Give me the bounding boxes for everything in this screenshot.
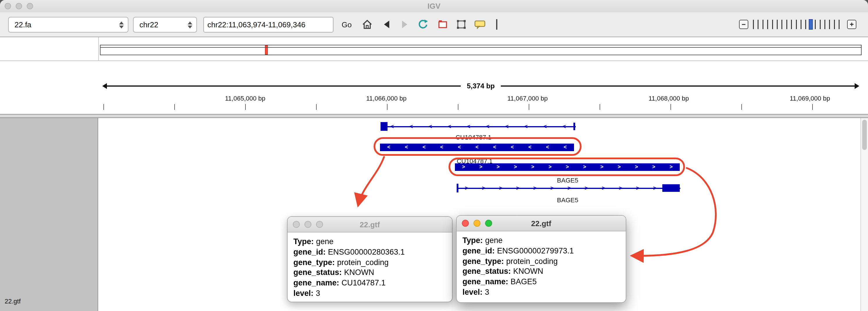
popup-body: Type:gene gene_id:ENSG00000279973.1 gene… [457, 231, 626, 302]
fit-window-icon[interactable] [454, 18, 468, 31]
tooltip-bubble-icon[interactable] [473, 18, 487, 31]
window-title: IGV [0, 0, 868, 12]
zoom-slider[interactable] [753, 20, 844, 29]
annotation-ring-1 [374, 137, 582, 156]
zoom-slider-thumb[interactable] [809, 19, 813, 30]
exon-block[interactable] [662, 184, 680, 192]
annotation-ring-2 [448, 158, 685, 176]
zoom-icon[interactable] [485, 220, 492, 227]
panel-divider-horizontal[interactable] [0, 114, 868, 118]
chromosome-ideogram[interactable] [100, 45, 862, 55]
gene-label: BAGE5 [557, 196, 578, 203]
go-button[interactable]: Go [339, 17, 354, 33]
popup-title: 22.gtf [531, 219, 551, 228]
feature-popup-2[interactable]: 22.gtf Type:gene gene_id:ENSG00000279973… [456, 215, 626, 303]
track-sidebar: 22.gtf [0, 118, 98, 311]
traffic-lights [293, 221, 323, 228]
zoom-in-button[interactable]: + [847, 20, 857, 29]
close-icon[interactable] [462, 220, 469, 227]
toolbar-separator [496, 19, 497, 30]
chromosome-select[interactable]: chr22 [133, 17, 197, 33]
minimize-icon[interactable] [304, 221, 311, 228]
feature-popup-1[interactable]: 22.gtf Type:gene gene_id:ENSG00000280363… [287, 216, 453, 302]
scrollbar-thumb[interactable] [862, 120, 867, 150]
ruler-tick-label: 11,067,000 bp [507, 95, 548, 102]
ruler-panel[interactable]: 5,374 bp 11,065,000 bp 11,066,000 bp 11,… [0, 61, 868, 114]
genome-select[interactable]: 22.fa [8, 17, 128, 33]
chromosome-select-value: chr22 [140, 20, 158, 29]
genome-select-value: 22.fa [14, 20, 31, 29]
ideogram-panel [0, 37, 868, 61]
traffic-lights [462, 220, 492, 227]
strand-arrows: >>>>>>>>>>>> [465, 185, 656, 191]
span-indicator: 5,374 bp [102, 82, 859, 90]
track-name-label[interactable]: 22.gtf [5, 298, 21, 305]
chevron-updown-icon [188, 21, 192, 28]
home-icon[interactable] [360, 18, 374, 31]
vertical-scrollbar[interactable] [861, 118, 868, 311]
ruler-tick-label: 11,065,000 bp [225, 95, 265, 102]
close-icon[interactable] [293, 221, 300, 228]
popup-titlebar[interactable]: 22.gtf [457, 216, 626, 231]
strand-arrows: <<<<<<<<<< [391, 123, 566, 130]
window-titlebar: IGV [0, 0, 868, 13]
popup-titlebar[interactable]: 22.gtf [287, 217, 452, 232]
minimize-icon[interactable] [473, 220, 480, 227]
exon-block[interactable] [574, 123, 575, 130]
arrow-left-icon [102, 83, 107, 89]
ruler-tick-label: 11,069,000 bp [789, 95, 830, 102]
popup-title: 22.gtf [360, 220, 380, 229]
view-region-marker [265, 45, 268, 55]
chevron-updown-icon [119, 21, 124, 28]
gene-label: BAGE5 [557, 177, 578, 184]
zoom-out-button[interactable]: − [739, 20, 748, 29]
back-icon[interactable] [380, 18, 394, 31]
ruler-tick-label: 11,068,000 bp [648, 95, 689, 102]
ruler-tick-marks [100, 104, 862, 110]
toolbar: 22.fa chr22 Go [0, 12, 868, 37]
refresh-icon[interactable] [416, 18, 430, 31]
arrow-right-icon [855, 83, 859, 89]
ruler-tick-label: 11,066,000 bp [366, 95, 406, 102]
locus-input[interactable] [203, 17, 334, 33]
popup-body: Type:gene gene_id:ENSG00000280363.1 gene… [287, 232, 452, 304]
forward-icon[interactable] [397, 18, 411, 31]
igv-window: IGV 22.fa chr22 Go [0, 0, 868, 311]
span-label: 5,374 bp [461, 82, 500, 90]
region-tool-icon[interactable] [436, 18, 450, 31]
exon-block[interactable] [457, 184, 458, 192]
exon-block[interactable] [380, 122, 388, 131]
zoom-icon[interactable] [316, 221, 323, 228]
